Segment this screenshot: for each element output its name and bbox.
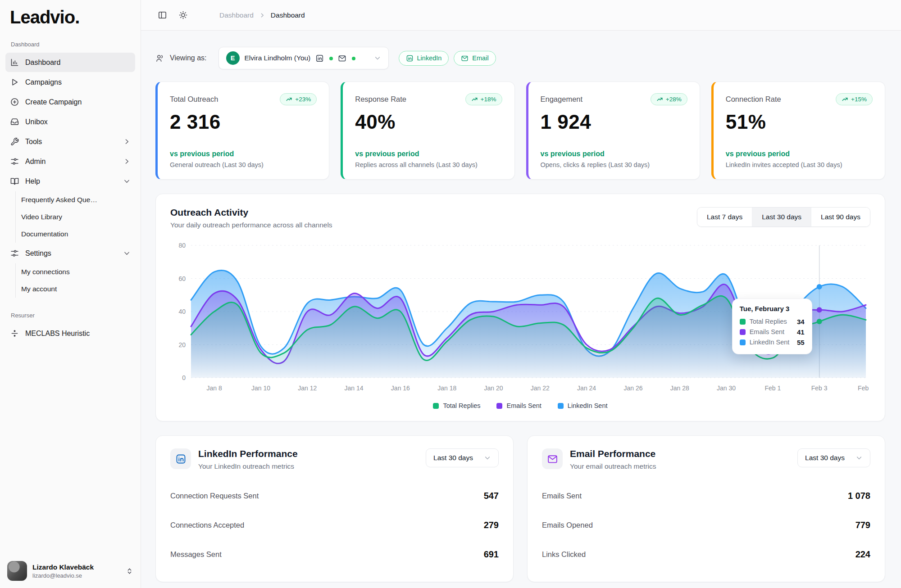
metric-label: Emails Sent (542, 492, 582, 500)
trend-badge: +28% (651, 93, 687, 105)
user-menu[interactable]: Lizardo Klavebäck lizardo@leadvio.se (0, 554, 141, 588)
tooltip-label: Total Replies (750, 318, 787, 325)
account-select[interactable]: E Elvira Lindholm (You) (218, 47, 389, 69)
tooltip-row: LinkedIn Sent55 (740, 337, 805, 348)
play-icon (10, 77, 19, 87)
metric-row: Connection Requests Sent547 (170, 481, 499, 511)
stat-description: Replies across all channels (Last 30 day… (355, 161, 502, 168)
stat-title: Response Rate (355, 95, 406, 104)
legend-swatch (558, 403, 564, 409)
email-performance-subtitle: Your email outreach metrics (570, 462, 797, 470)
metric-label: Messages Sent (170, 550, 222, 559)
tooltip-row: Total Replies34 (740, 317, 805, 327)
outreach-chart[interactable]: 020406080Jan 8Jan 10Jan 12Jan 14Jan 16Ja… (170, 239, 870, 398)
x-axis-tick: Jan 22 (531, 384, 550, 392)
sidebar-item-admin[interactable]: Admin (5, 152, 135, 171)
sidebar-resources-label: Resurser (0, 300, 141, 323)
linkedin-range-select[interactable]: Last 30 days (426, 448, 499, 467)
inbox-icon (10, 117, 19, 127)
trend-badge-value: +28% (666, 96, 682, 103)
range-button-last-7-days[interactable]: Last 7 days (697, 208, 752, 226)
user-name: Lizardo Klavebäck (32, 563, 120, 571)
linkedin-performance-card: LinkedIn Performance Your LinkedIn outre… (155, 435, 514, 582)
linkedin-range-value: Last 30 days (433, 454, 473, 462)
trend-badge-value: +15% (851, 96, 867, 103)
sidebar-item-tools[interactable]: Tools (5, 132, 135, 151)
chevron-right-icon (259, 12, 265, 18)
sliders-icon (10, 157, 19, 166)
sidebar-item-dashboard[interactable]: Dashboard (5, 53, 135, 72)
trend-badge-value: +18% (481, 96, 496, 103)
sidebar-subitem[interactable]: Frequently Asked Questions (16, 191, 102, 208)
viewing-as-label: Viewing as: (170, 54, 207, 62)
sidebar-item-campaigns[interactable]: Campaigns (5, 72, 135, 92)
x-axis-tick: Jan 16 (391, 384, 410, 392)
email-metric-rows: Emails Sent1 078Emails Opened779Links Cl… (542, 481, 870, 569)
email-range-select[interactable]: Last 30 days (797, 448, 870, 467)
sidebar-subitem[interactable]: My account (16, 280, 102, 298)
legend-label: Emails Sent (506, 402, 541, 409)
range-button-last-90-days[interactable]: Last 90 days (811, 208, 870, 226)
sliders-icon (10, 249, 19, 258)
channel-pill-email[interactable]: Email (454, 51, 496, 66)
metric-value: 1 078 (848, 491, 870, 501)
x-axis-tick: Jan 30 (717, 384, 736, 392)
trending-up-icon (471, 96, 478, 103)
sidebar-item-meclabs[interactable]: MECLABS Heuristic (5, 324, 135, 343)
channel-pill-linkedin[interactable]: LinkedIn (399, 51, 449, 66)
linkedin-icon (406, 54, 414, 62)
sidebar-subitem[interactable]: Documentation (16, 226, 102, 243)
tooltip-swatch (740, 339, 746, 345)
legend-label: LinkedIn Sent (568, 402, 608, 409)
stat-value: 1 924 (541, 111, 687, 133)
book-open-icon (10, 176, 19, 186)
viewing-as-label-group: Viewing as: (155, 54, 207, 63)
sidebar-item-help[interactable]: Help (5, 172, 135, 191)
sidebar-subitem[interactable]: Video Library (16, 208, 102, 226)
range-button-last-30-days[interactable]: Last 30 days (752, 208, 811, 226)
stat-cards: Total Outreach+23%2 316vs previous perio… (155, 81, 885, 180)
linkedin-metric-rows: Connection Requests Sent547Connections A… (170, 481, 499, 569)
tooltip-title: Tue, February 3 (740, 305, 805, 312)
y-axis-tick: 60 (178, 275, 186, 282)
breadcrumb-parent[interactable]: Dashboard (219, 11, 254, 19)
legend-item: LinkedIn Sent (558, 402, 608, 409)
chart-tooltip: Tue, February 3Total Replies34Emails Sen… (732, 299, 812, 354)
tooltip-value: 55 (797, 339, 805, 346)
outreach-subtitle: Your daily outreach performance across a… (170, 221, 332, 229)
plus-circle-icon (10, 97, 19, 107)
email-status-dot (352, 57, 355, 60)
trend-badge: +23% (280, 93, 317, 105)
divide-icon (10, 329, 19, 338)
sidebar-item-settings[interactable]: Settings (5, 244, 135, 263)
sidebar-item-create-campaign[interactable]: Create Campaign (5, 92, 135, 112)
x-axis-tick: Jan 14 (345, 384, 364, 392)
sidebar-toggle-button[interactable] (154, 7, 171, 24)
hover-dot (817, 307, 822, 312)
metric-row: Connections Accepted279 (170, 511, 499, 540)
channel-pills: LinkedInEmail (399, 51, 496, 66)
theme-toggle-button[interactable] (174, 7, 191, 24)
metric-row: Emails Opened779 (542, 511, 870, 540)
panel-left-icon (158, 10, 167, 20)
sidebar-subitem[interactable]: My connections (16, 263, 102, 280)
x-axis-tick: Jan 8 (207, 384, 222, 392)
legend-label: Total Replies (443, 402, 480, 409)
sidebar-subnav-help: Frequently Asked QuestionsVideo LibraryD… (15, 191, 135, 243)
legend-item: Total Replies (433, 402, 480, 409)
x-axis-tick: Jan 20 (484, 384, 503, 392)
chevron-down-icon (374, 54, 381, 62)
sidebar-item-unibox[interactable]: Unibox (5, 112, 135, 131)
email-performance-header: Email Performance Your email outreach me… (542, 448, 870, 470)
metric-value: 279 (484, 520, 499, 530)
x-axis-tick: Jan 10 (251, 384, 270, 392)
metric-row: Links Clicked224 (542, 540, 870, 569)
sidebar-item-label: Campaigns (25, 78, 131, 86)
email-performance-title: Email Performance (570, 448, 797, 459)
y-axis-tick: 80 (178, 242, 186, 249)
tooltip-value: 41 (797, 328, 805, 336)
wrench-icon (10, 137, 19, 146)
sidebar-item-label: Tools (25, 138, 117, 146)
topbar: Dashboard Dashboard (141, 0, 901, 31)
stat-title: Total Outreach (170, 95, 218, 104)
